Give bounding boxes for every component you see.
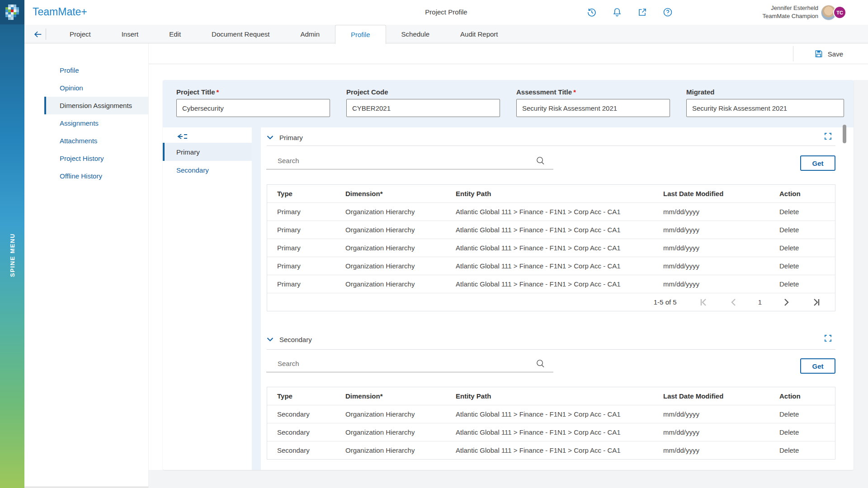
delete-link[interactable]: Delete xyxy=(779,208,825,216)
user-info[interactable]: Jennifer Esterheld TeamMate Champion xyxy=(762,4,818,20)
secondary-search xyxy=(266,356,553,372)
subnav-item-primary[interactable]: Primary xyxy=(163,143,252,161)
sidebar-item-project-history[interactable]: Project History xyxy=(44,150,148,167)
back-arrow-icon[interactable] xyxy=(33,29,43,40)
secondary-get-button[interactable]: Get xyxy=(800,358,835,374)
sidebar-item-dimension-assignments[interactable]: Dimension Assignments xyxy=(44,97,148,114)
project-title-input[interactable] xyxy=(176,99,330,117)
col-dimension: Dimension* xyxy=(345,190,456,197)
tab-insert[interactable]: Insert xyxy=(106,25,154,43)
table-row[interactable]: Primary Organization Hierarchy Atlantic … xyxy=(267,239,835,257)
project-code-input[interactable] xyxy=(346,99,500,117)
history-icon[interactable] xyxy=(586,6,598,18)
table-row[interactable]: Primary Organization Hierarchy Atlantic … xyxy=(267,221,835,239)
section-divider xyxy=(267,349,835,350)
primary-search xyxy=(266,153,553,169)
primary-search-input[interactable] xyxy=(266,153,519,168)
migrated-input[interactable] xyxy=(686,99,844,117)
field-migrated: Migrated xyxy=(686,88,844,117)
delete-link[interactable]: Delete xyxy=(779,446,825,454)
primary-section-header[interactable]: Primary xyxy=(267,130,303,145)
cell-last-date-modified: mm/dd/yyyy xyxy=(663,280,779,288)
primary-section-title: Primary xyxy=(279,134,303,141)
primary-get-button[interactable]: Get xyxy=(800,155,835,171)
delete-link[interactable]: Delete xyxy=(779,280,825,288)
page-gutter-right xyxy=(854,80,868,488)
table-row[interactable]: Primary Organization Hierarchy Atlantic … xyxy=(267,275,835,293)
cell-type: Primary xyxy=(267,262,345,270)
table-row[interactable]: Primary Organization Hierarchy Atlantic … xyxy=(267,257,835,275)
collapse-panel-icon[interactable] xyxy=(176,131,188,142)
teammate-logo-mosaic xyxy=(5,5,19,20)
open-in-new-icon[interactable] xyxy=(637,6,648,18)
cell-dimension: Organization Hierarchy xyxy=(345,244,456,252)
col-dimension: Dimension* xyxy=(345,392,456,400)
sidebar-item-assignments[interactable]: Assignments xyxy=(44,114,148,132)
cell-entity-path: Atlantic Global 111 > Finance - F1N1 > C… xyxy=(456,262,663,270)
first-page-icon[interactable] xyxy=(698,297,708,307)
cell-entity-path: Atlantic Global 111 > Finance - F1N1 > C… xyxy=(456,446,663,454)
delete-link[interactable]: Delete xyxy=(779,226,825,234)
last-page-icon[interactable] xyxy=(811,297,821,307)
section-divider xyxy=(267,145,835,146)
delete-link[interactable]: Delete xyxy=(779,428,825,436)
help-icon[interactable] xyxy=(662,6,674,18)
table-row[interactable]: Primary Organization Hierarchy Atlantic … xyxy=(267,202,835,221)
sidebar-item-attachments[interactable]: Attachments xyxy=(44,132,148,150)
dimension-content-card: Primary Get Type Dimension* Entity Path … xyxy=(261,127,854,470)
tab-profile[interactable]: Profile xyxy=(335,25,386,44)
primary-pagination: 1-5 of 5 1 xyxy=(267,293,835,311)
cell-type: Primary xyxy=(267,244,345,252)
notifications-icon[interactable] xyxy=(611,6,623,18)
required-asterisk: * xyxy=(573,88,576,96)
table-row[interactable]: Secondary Organization Hierarchy Atlanti… xyxy=(267,441,835,459)
user-badge: TC xyxy=(833,6,846,19)
tab-edit[interactable]: Edit xyxy=(154,25,196,43)
field-assessment-title: Assessment Title* xyxy=(516,88,670,117)
delete-link[interactable]: Delete xyxy=(779,410,825,418)
page-title: Project Profile xyxy=(24,8,868,16)
cell-dimension: Organization Hierarchy xyxy=(345,428,456,436)
secondary-section-title: Secondary xyxy=(279,336,312,343)
spine-menu-bar[interactable]: SPINE MENU xyxy=(0,0,24,488)
panel-scrollbar-thumb[interactable] xyxy=(843,125,846,143)
save-button[interactable]: Save xyxy=(814,47,843,61)
previous-page-icon[interactable] xyxy=(728,297,738,307)
table-row[interactable]: Secondary Organization Hierarchy Atlanti… xyxy=(267,405,835,423)
assessment-title-input[interactable] xyxy=(516,99,670,117)
search-icon[interactable] xyxy=(536,156,545,165)
cell-dimension: Organization Hierarchy xyxy=(345,410,456,418)
sidebar-item-profile[interactable]: Profile xyxy=(44,61,148,79)
tab-schedule[interactable]: Schedule xyxy=(386,25,445,43)
expand-icon[interactable] xyxy=(825,335,832,342)
project-title-label: Project Title xyxy=(176,88,215,96)
delete-link[interactable]: Delete xyxy=(779,244,825,252)
cell-type: Secondary xyxy=(267,446,345,454)
user-avatar-group[interactable]: TC xyxy=(821,5,846,21)
current-page-number[interactable]: 1 xyxy=(758,298,762,306)
next-page-icon[interactable] xyxy=(782,297,792,307)
search-icon[interactable] xyxy=(536,359,545,368)
cell-type: Primary xyxy=(267,208,345,216)
col-last-date-modified: Last Date Modified xyxy=(663,190,779,197)
subnav-item-secondary[interactable]: Secondary xyxy=(163,161,252,179)
tab-audit-report[interactable]: Audit Report xyxy=(445,25,513,43)
secondary-section-header[interactable]: Secondary xyxy=(267,332,312,347)
primary-table-header: Type Dimension* Entity Path Last Date Mo… xyxy=(267,185,835,202)
sidebar-item-offline-history[interactable]: Offline History xyxy=(44,167,148,185)
tab-project[interactable]: Project xyxy=(54,25,106,43)
delete-link[interactable]: Delete xyxy=(779,262,825,270)
expand-icon[interactable] xyxy=(825,133,832,140)
secondary-table: Type Dimension* Entity Path Last Date Mo… xyxy=(267,387,835,460)
ribbon-tab-bar: Project Insert Edit Document Request Adm… xyxy=(24,25,868,43)
table-row[interactable]: Secondary Organization Hierarchy Atlanti… xyxy=(267,423,835,441)
col-type: Type xyxy=(267,190,345,197)
col-action: Action xyxy=(779,190,825,197)
primary-table-body: Primary Organization Hierarchy Atlantic … xyxy=(267,202,835,293)
tab-document-request[interactable]: Document Request xyxy=(196,25,285,43)
secondary-search-input[interactable] xyxy=(266,356,519,371)
sidebar-item-opinion[interactable]: Opinion xyxy=(44,79,148,97)
tab-admin[interactable]: Admin xyxy=(285,25,335,43)
cell-entity-path: Atlantic Global 111 > Finance - F1N1 > C… xyxy=(456,244,663,252)
cell-last-date-modified: mm/dd/yyyy xyxy=(663,244,779,252)
